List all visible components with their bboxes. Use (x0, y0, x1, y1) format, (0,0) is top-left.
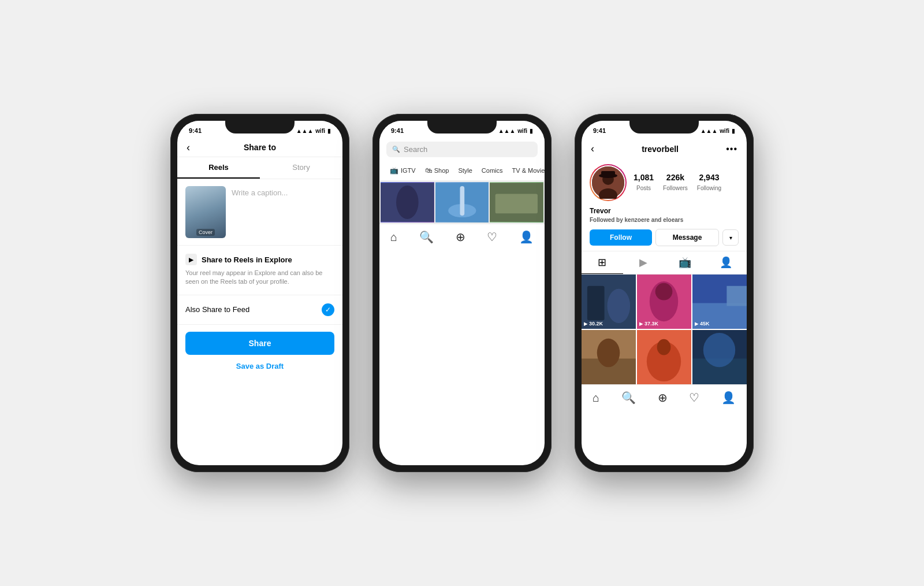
avatar-ring[interactable] (590, 164, 627, 201)
search-input[interactable]: 🔍 Search (386, 142, 538, 157)
more-options-icon[interactable]: ••• (726, 144, 737, 154)
svg-rect-18 (601, 171, 615, 177)
search-placeholder: Search (404, 145, 427, 154)
profile-display-name: Trevor (582, 206, 747, 216)
also-share-label: Also Share to Feed (185, 305, 249, 314)
stat-followers: 226k Followers (663, 173, 688, 192)
cover-thumbnail: Cover (185, 186, 226, 238)
cat-style[interactable]: Style (453, 163, 476, 178)
cover-label: Cover (196, 229, 215, 236)
battery-icon-3: ▮ (732, 128, 735, 134)
shop-icon: 🛍 (425, 166, 432, 175)
add-nav-2[interactable]: ⊕ (456, 230, 465, 244)
notch-1 (225, 121, 295, 133)
caption-input[interactable]: Write a caption... (232, 186, 334, 238)
posts-count: 1,081 (634, 173, 654, 182)
phone-2: 9:41 ▲▲▲ wifi ▮ 🔍 Search 📺 IGTV (372, 114, 552, 472)
signal-icon: ▲▲▲ (296, 128, 314, 134)
content-tabs: ⊞ ▶ 📺 👤 (582, 251, 747, 275)
tab-reels[interactable]: Reels (177, 157, 260, 179)
stat-following: 2,943 Following (697, 173, 721, 192)
notch-3 (629, 121, 699, 133)
wifi-icon-2: wifi (517, 128, 527, 134)
thumb-1[interactable] (381, 182, 434, 222)
tab-reels-profile[interactable]: ▶ (623, 251, 665, 274)
photo-cell-4[interactable] (582, 330, 636, 384)
cat-comics[interactable]: Comics (477, 163, 508, 178)
svg-rect-20 (587, 286, 605, 320)
phone-3: 9:41 ▲▲▲ wifi ▮ ‹ trevorbell ••• (575, 114, 754, 472)
svg-point-33 (657, 339, 671, 355)
tabs-row-1: Reels Story (177, 157, 342, 179)
profile-info-row: 1,081 Posts 226k Followers 2,943 Followi… (582, 160, 747, 206)
cat-shop[interactable]: 🛍 Shop (420, 163, 454, 178)
message-button[interactable]: Message (655, 229, 719, 246)
tab-story[interactable]: Story (260, 157, 342, 179)
add-nav-3[interactable]: ⊕ (658, 391, 668, 405)
photo-cell-6[interactable] (692, 330, 747, 384)
photo-cell-5[interactable] (637, 330, 691, 384)
svg-point-21 (608, 289, 631, 323)
profile-nav-3[interactable]: 👤 (721, 391, 736, 405)
followed-by: Followed by kenzoere and eloears (582, 216, 747, 227)
followers-count: 226k (663, 173, 688, 182)
svg-rect-13 (495, 194, 538, 214)
tab-tagged[interactable]: 👤 (706, 251, 747, 274)
action-buttons: Follow Message ▾ (582, 227, 747, 251)
view-count-2: ▶ 37.3K (639, 321, 658, 327)
heart-nav-3[interactable]: ♡ (689, 391, 699, 405)
cat-tv-movies[interactable]: TV & Movie (508, 163, 545, 178)
view-count-1: ▶ 30.2K (584, 321, 603, 327)
home-nav-2[interactable]: ⌂ (390, 231, 397, 244)
search-nav-3[interactable]: 🔍 (621, 391, 636, 405)
share-explore-title: ▶ Share to Reels in Explore (185, 254, 334, 265)
dropdown-button[interactable]: ▾ (722, 229, 739, 246)
avatar (591, 165, 625, 200)
save-draft-button[interactable]: Save as Draft (177, 358, 342, 374)
svg-point-30 (597, 339, 620, 367)
profile-header: ‹ trevorbell ••• (582, 138, 747, 160)
scene: 9:41 ▲▲▲ wifi ▮ ‹ Share to Reels Story (170, 114, 754, 472)
home-nav-3[interactable]: ⌂ (593, 391, 599, 405)
photo-cell-2[interactable]: ▶ 37.3K (637, 275, 691, 329)
igtv-icon: 📺 (390, 166, 398, 175)
play-icon-1: ▶ (584, 321, 587, 327)
photo-cell-3[interactable]: ▶ 45K (692, 275, 747, 329)
play-icon-2: ▶ (639, 321, 643, 327)
search-icon: 🔍 (392, 146, 400, 153)
battery-icon: ▮ (327, 128, 331, 134)
thumb-2[interactable] (435, 182, 489, 222)
following-label: Following (697, 185, 721, 191)
thumb-3[interactable] (490, 182, 543, 222)
signal-icon-2: ▲▲▲ (498, 128, 516, 134)
cat-igtv[interactable]: 📺 IGTV (385, 163, 420, 178)
stat-posts: 1,081 Posts (634, 173, 654, 192)
wifi-icon: wifi (315, 128, 325, 134)
page-title-1: Share to (244, 143, 276, 152)
tab-grid[interactable]: ⊞ (582, 251, 623, 274)
status-icons-1: ▲▲▲ wifi ▮ (296, 128, 331, 134)
phone-1: 9:41 ▲▲▲ wifi ▮ ‹ Share to Reels Story (170, 114, 349, 472)
share-explore-desc: Your reel may appear in Explore and can … (185, 269, 334, 287)
profile-nav-2[interactable]: 👤 (519, 230, 534, 244)
heart-nav-2[interactable]: ♡ (487, 230, 497, 244)
back-button-3[interactable]: ‹ (591, 143, 594, 155)
also-share-row[interactable]: Also Share to Feed ✓ (177, 295, 342, 325)
photo-grid: ▶ 30.2K ▶ 37.3K (582, 275, 747, 384)
nav-header-1: ‹ Share to (177, 138, 342, 157)
tab-igtv-profile[interactable]: 📺 (664, 251, 706, 274)
explore-icon: ▶ (185, 254, 197, 265)
status-time-3: 9:41 (593, 127, 606, 134)
search-nav-2[interactable]: 🔍 (419, 230, 434, 244)
thumbnail-grid (379, 181, 545, 224)
followers-label: Followers (663, 185, 688, 191)
signal-icon-3: ▲▲▲ (701, 128, 718, 134)
play-icon-3: ▶ (695, 321, 698, 327)
also-share-toggle[interactable]: ✓ (322, 303, 334, 316)
posts-label: Posts (636, 185, 651, 191)
share-button[interactable]: Share (185, 332, 334, 355)
photo-cell-1[interactable]: ▶ 30.2K (582, 275, 636, 329)
follow-button[interactable]: Follow (590, 229, 652, 246)
back-button-1[interactable]: ‹ (187, 142, 190, 154)
status-icons-2: ▲▲▲ wifi ▮ (498, 128, 533, 134)
